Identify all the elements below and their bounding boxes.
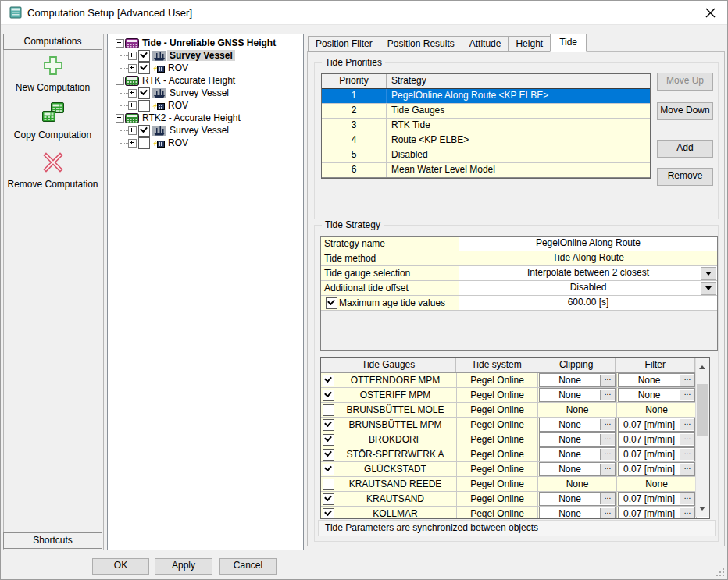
expand-icon[interactable] (128, 126, 137, 135)
tree-node-object[interactable]: ROV (128, 62, 191, 74)
tab-position-filter[interactable]: Position Filter (308, 36, 380, 52)
sidebar-action-new-computation[interactable]: New Computation (4, 55, 102, 93)
cancel-button[interactable]: Cancel (219, 558, 277, 575)
gauge-checkbox[interactable] (323, 390, 334, 401)
tree-node-object[interactable]: Survey Vessel (128, 87, 231, 99)
expand-icon[interactable] (128, 52, 137, 60)
filter-ellipsis-button[interactable]: ... (680, 464, 694, 475)
tree-checkbox[interactable] (138, 87, 150, 99)
clipping-edit[interactable]: None... (539, 507, 616, 519)
tab-height[interactable]: Height (508, 36, 551, 52)
tree-checkbox[interactable] (138, 125, 150, 137)
clipping-edit[interactable]: None... (539, 388, 616, 402)
gauge-checkbox[interactable] (323, 464, 334, 475)
resize-grip[interactable] (715, 567, 724, 576)
clipping-ellipsis-button[interactable]: ... (600, 493, 615, 504)
gauge-checkbox[interactable] (323, 479, 334, 490)
strategy-value[interactable]: Tide Along Route (459, 251, 717, 265)
dropdown-arrow-icon[interactable] (701, 267, 716, 280)
filter-ellipsis-button[interactable]: ... (680, 375, 694, 386)
tab-tide[interactable]: Tide (550, 34, 587, 52)
clipping-ellipsis-button[interactable]: ... (600, 419, 615, 430)
clipping-ellipsis-button[interactable]: ... (600, 464, 615, 475)
priority-row[interactable]: 5Disabled (322, 148, 650, 163)
gauge-checkbox[interactable] (323, 404, 334, 416)
priority-row[interactable]: 6Mean Water Level Model (322, 163, 650, 178)
priority-row[interactable]: 2Tide Gauges (322, 104, 650, 119)
gauge-checkbox[interactable] (323, 493, 334, 505)
filter-edit[interactable]: 0.07 [m/min]... (618, 447, 695, 461)
scrollbar-thumb[interactable] (697, 384, 708, 436)
filter-ellipsis-button[interactable]: ... (680, 508, 694, 519)
sidebar-action-remove-computation[interactable]: Remove Computation (4, 151, 102, 190)
clipping-ellipsis-button[interactable]: ... (600, 390, 615, 400)
gauge-checkbox[interactable] (323, 434, 334, 446)
scroll-down-icon[interactable] (696, 503, 709, 517)
gauge-row[interactable]: STÖR-SPERRWERK APegel OnlineNone...0.07 … (321, 447, 695, 462)
vertical-scrollbar[interactable] (695, 358, 709, 517)
tree-node-computation[interactable]: Tide - Unreliable GNSS Height (116, 37, 278, 49)
gauge-row[interactable]: OTTERNDORF MPMPegel OnlineNone...None... (321, 373, 695, 388)
tree-node-object[interactable]: Survey Vessel (128, 124, 231, 137)
expand-icon[interactable] (128, 101, 137, 110)
clipping-edit[interactable]: None... (539, 373, 616, 387)
tree-checkbox[interactable] (138, 137, 150, 149)
tab-position-results[interactable]: Position Results (380, 36, 462, 52)
tree-node-computation[interactable]: RTK2 - Accurate Height (116, 112, 243, 124)
expand-icon[interactable] (128, 64, 137, 73)
strategy-value[interactable]: PegelOnline Along Route (459, 237, 717, 251)
gauge-row[interactable]: KRAUTSANDPegel OnlineNone...0.07 [m/min]… (321, 492, 695, 507)
gauge-checkbox[interactable] (323, 449, 334, 461)
gauge-row[interactable]: KRAUTSAND REEDEPegel OnlineNoneNone (321, 477, 695, 492)
priority-row[interactable]: 3RTK Tide (322, 119, 650, 133)
clipping-ellipsis-button[interactable]: ... (600, 508, 615, 519)
strategy-value[interactable]: Disabled (459, 281, 717, 295)
expand-icon[interactable] (128, 89, 137, 98)
tree-node-object[interactable]: Survey Vessel (128, 49, 235, 62)
clipping-ellipsis-button[interactable]: ... (600, 434, 615, 445)
gauge-checkbox[interactable] (323, 508, 334, 520)
gauge-row[interactable]: OSTERIFF MPMPegel OnlineNone...None... (321, 388, 695, 403)
gauge-row[interactable]: KOLLMARPegel OnlineNone...0.07 [m/min]..… (321, 507, 695, 519)
shortcuts-button[interactable]: Shortcuts (3, 532, 102, 549)
filter-edit[interactable]: 0.07 [m/min]... (618, 432, 695, 447)
priority-row[interactable]: 1PegelOnline Along Route <KP ELBE> (322, 89, 650, 104)
scroll-up-icon[interactable] (696, 358, 709, 371)
gauge-row[interactable]: BROKDORFPegel OnlineNone...0.07 [m/min].… (321, 432, 695, 447)
strategy-checkbox[interactable] (326, 297, 337, 309)
gauge-row[interactable]: GLÜCKSTADTPegel OnlineNone...0.07 [m/min… (321, 462, 695, 477)
collapse-icon[interactable] (116, 39, 124, 48)
collapse-icon[interactable] (116, 114, 124, 123)
filter-edit[interactable]: 0.07 [m/min]... (618, 462, 695, 476)
clipping-edit[interactable]: None... (539, 492, 616, 506)
filter-ellipsis-button[interactable]: ... (680, 449, 694, 460)
tree-checkbox[interactable] (138, 62, 150, 74)
filter-edit[interactable]: 0.07 [m/min]... (618, 492, 695, 506)
gauge-checkbox[interactable] (323, 375, 334, 386)
tree-node-object[interactable]: ROV (128, 99, 191, 112)
collapse-icon[interactable] (116, 77, 124, 85)
add-button[interactable]: Add (657, 140, 713, 158)
filter-ellipsis-button[interactable]: ... (680, 419, 694, 430)
gauge-row[interactable]: BRUNSBÜTTEL MOLEPegel OnlineNoneNone (321, 403, 695, 418)
strategy-value[interactable]: Interpolate between 2 closest (459, 266, 717, 280)
computations-header[interactable]: Computations (3, 34, 102, 50)
strategy-value[interactable]: 600.00 [s] (459, 296, 717, 310)
filter-ellipsis-button[interactable]: ... (680, 493, 694, 504)
filter-ellipsis-button[interactable]: ... (680, 434, 694, 445)
apply-button[interactable]: Apply (155, 558, 212, 575)
filter-edit[interactable]: 0.07 [m/min]... (618, 418, 695, 432)
tab-attitude[interactable]: Attitude (462, 36, 509, 52)
tree-node-computation[interactable]: RTK - Accurate Height (116, 74, 237, 87)
gauge-row[interactable]: BRUNSBÜTTEL MPMPegel OnlineNone...0.07 [… (321, 418, 695, 432)
clipping-edit[interactable]: None... (539, 432, 616, 447)
dropdown-arrow-icon[interactable] (701, 282, 716, 295)
tree-checkbox[interactable] (138, 50, 150, 62)
ok-button[interactable]: OK (92, 558, 149, 575)
close-icon[interactable] (699, 3, 721, 22)
filter-edit[interactable]: None... (618, 373, 695, 387)
filter-edit[interactable]: 0.07 [m/min]... (618, 507, 695, 519)
clipping-edit[interactable]: None... (539, 418, 616, 432)
move-down-button[interactable]: Move Down (657, 102, 713, 120)
clipping-edit[interactable]: None... (539, 462, 616, 476)
